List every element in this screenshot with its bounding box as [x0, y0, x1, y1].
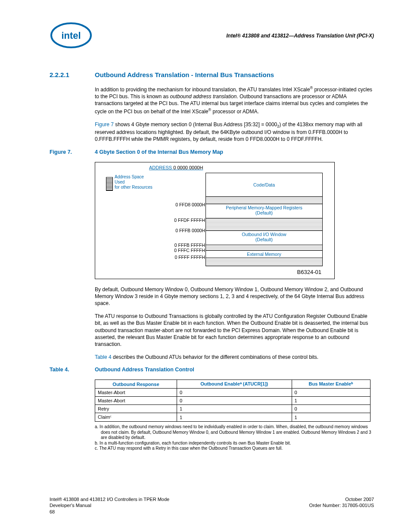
- hatch-label: Address SpaceUsedfor other Resources: [115, 174, 153, 190]
- intel-logo: intel: [50, 22, 93, 50]
- section-number: 2.2.2.1: [50, 71, 95, 78]
- band-hatch-3: [206, 245, 322, 251]
- table-label: Table 4.: [50, 367, 95, 373]
- header-title: Intel® 413808 and 413812—Address Transla…: [226, 33, 374, 39]
- footnote-b: b. In a multi-function configuration, ea…: [95, 441, 374, 446]
- figure-id: B6324-01: [297, 269, 321, 275]
- table-footnotes: a. In addition, the outbound memory wind…: [95, 424, 374, 451]
- addr-ffdf: 0 FFDF FFFFH: [174, 218, 205, 223]
- addr-ffff: 0 FFFF FFFFH: [174, 255, 205, 260]
- table-link[interactable]: Table 4: [95, 354, 112, 360]
- address-header: ADDRESS 0 0000 0000H: [149, 165, 203, 170]
- paragraph-1: In addition to providing the mechanism f…: [95, 85, 374, 115]
- section-title: Outbound Address Translation - Internal …: [95, 71, 274, 78]
- footer-right: October 2007 Order Number: 317805-001US: [309, 496, 374, 515]
- band-hatch-4: [206, 258, 322, 266]
- paragraph-5: Table 4 describes the Outbound ATUs beha…: [95, 354, 374, 361]
- band-hatch-1: [206, 197, 322, 204]
- addr-fffbF: 0 FFFB FFFFH: [174, 243, 205, 248]
- table-caption: Table 4. Outbound Address Translation Co…: [50, 367, 374, 373]
- col-outbound-enable: Outbound Enableᵃ (ATUCR[1]): [177, 380, 292, 389]
- memory-map-stack: Code/Data Peripheral Memory-Mapped Regis…: [206, 173, 323, 266]
- figure-title: 4 Gbyte Section 0 of the Internal Bus Me…: [95, 149, 223, 155]
- figure-label: Figure 7.: [50, 149, 95, 155]
- footnote-a: a. In addition, the outbound memory wind…: [95, 424, 374, 441]
- addr-fffc: 0 FFFC FFFFH: [174, 248, 205, 253]
- table-row: Retry 1 0: [95, 405, 371, 413]
- svg-text:intel: intel: [61, 30, 81, 41]
- band-ext: External Memory: [206, 251, 322, 258]
- table-row: Master-Abort 0 1: [95, 397, 371, 405]
- page: intel Intel® 413808 and 413812—Address T…: [0, 0, 411, 532]
- band-code-data: Code/Data: [206, 173, 322, 197]
- section-heading: 2.2.2.1 Outbound Address Translation - I…: [50, 71, 374, 78]
- footer-left: Intel® 413808 and 413812 I/O Controllers…: [50, 496, 169, 515]
- band-oio: Outbound I/O Window(Default): [206, 231, 322, 245]
- band-pmm: Peripheral Memory-Mapped Registers(Defau…: [206, 204, 322, 218]
- col-bus-master-enable: Bus Master Enableᵇ: [292, 380, 370, 389]
- col-outbound-response: Outbound Response: [95, 380, 177, 389]
- hatch-swatch: [106, 177, 113, 191]
- figure-diagram: ADDRESS 0 0000 0000H Address SpaceUsedfo…: [95, 162, 335, 279]
- page-footer: Intel® 413808 and 413812 I/O Controllers…: [50, 496, 374, 515]
- band-hatch-2: [206, 218, 322, 231]
- figure-caption: Figure 7. 4 Gbyte Section 0 of the Inter…: [50, 149, 374, 155]
- figure-link[interactable]: Figure 7: [95, 121, 114, 128]
- addr-fffb0: 0 FFFB 0000H: [175, 228, 205, 233]
- table-header-row: Outbound Response Outbound Enableᵃ (ATUC…: [95, 380, 371, 389]
- translation-control-table: Outbound Response Outbound Enableᵃ (ATUC…: [95, 380, 371, 422]
- table-title: Outbound Address Translation Control: [95, 367, 194, 373]
- table-row: Claimᶜ 1 1: [95, 413, 371, 422]
- paragraph-2: Figure 7 shows 4 Gbyte memory section 0 …: [95, 121, 374, 143]
- page-header: intel Intel® 413808 and 413812—Address T…: [50, 22, 374, 50]
- addr-ffd8: 0 FFD8 0000H: [175, 202, 205, 207]
- paragraph-3: By default, Outbound Memory Window 0, Ou…: [95, 286, 374, 307]
- table-row: Master-Abort 0 0: [95, 389, 371, 397]
- footnote-c: c. The ATU may respond with a Retry in t…: [95, 446, 374, 451]
- paragraph-4: The ATU response to Outbound Transaction…: [95, 313, 374, 348]
